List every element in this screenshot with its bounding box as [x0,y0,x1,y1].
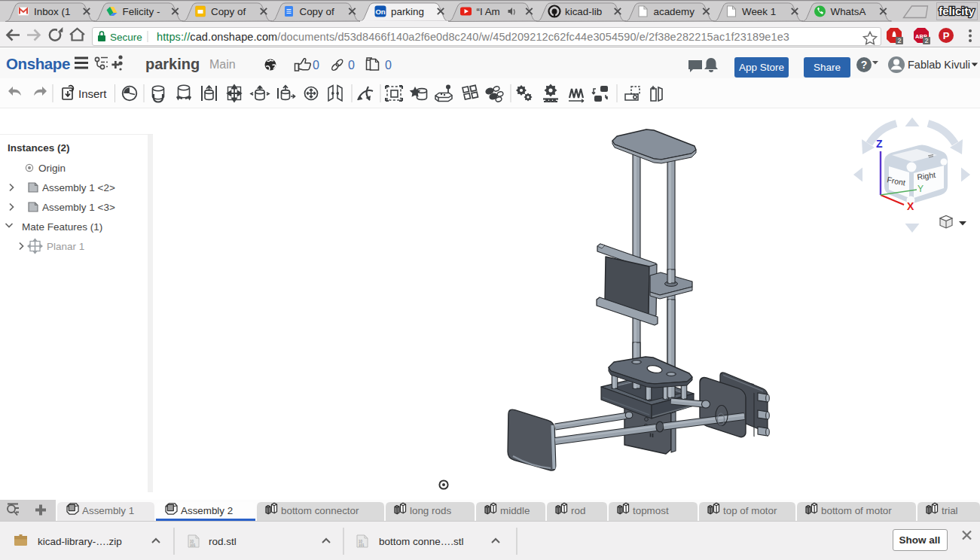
svg-text:long rods: long rods [410,505,451,516]
svg-text:trial: trial [942,505,958,516]
svg-text:rod.stl: rod.stl [209,536,237,547]
svg-text:bottom connector: bottom connector [281,505,359,516]
svg-text:bottom conne….stl: bottom conne….stl [379,536,464,547]
svg-text:101: 101 [190,543,196,547]
svg-text:middle: middle [500,505,530,516]
svg-text:101: 101 [359,543,365,547]
svg-text:Show all: Show all [899,534,941,546]
svg-text:Assembly 1: Assembly 1 [82,505,134,516]
svg-text:topmost: topmost [633,505,669,516]
svg-text:Assembly 2: Assembly 2 [181,505,233,516]
svg-text:kicad-library-….zip: kicad-library-….zip [38,536,122,547]
svg-text:top of motor: top of motor [723,505,777,516]
svg-text:bottom of motor: bottom of motor [821,505,892,516]
svg-text:rod: rod [571,505,585,516]
